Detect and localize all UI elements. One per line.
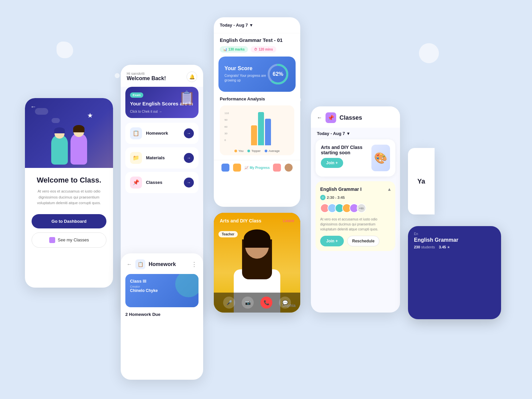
avg-legend: Average <box>265 149 280 153</box>
avg-bar <box>265 119 271 145</box>
blob-2 <box>419 43 439 63</box>
homework-header: ← 📋 Homework ⋮ <box>121 253 203 274</box>
end-call-button[interactable]: 📞 <box>260 297 272 309</box>
homework-back-button[interactable]: ← <box>127 261 132 267</box>
classes-header-icon: 📌 <box>326 112 336 123</box>
classes-menu-label: Classes <box>146 180 162 185</box>
chart-bars <box>224 110 290 147</box>
diy-join-button[interactable]: Join + <box>321 158 343 168</box>
classes-arrow[interactable]: → <box>184 178 194 188</box>
ya-text: Ya <box>417 178 425 185</box>
eng-students: 230 students <box>414 245 435 249</box>
topper-legend-dot <box>247 150 250 152</box>
you-legend-label: You <box>238 149 243 153</box>
greeting-sub: Hi sanskriti <box>127 71 166 75</box>
score-percent: 62% <box>273 71 283 77</box>
homework-label: Homework <box>146 131 168 136</box>
card-test: Today - Aug 7 ▾ English Grammar Test - 0… <box>214 17 300 207</box>
time-badge: ⏱ 120 mins <box>251 46 276 53</box>
eng-stats: 230 students 3.45 ★ <box>414 245 495 249</box>
mute-button[interactable]: 🎤 <box>223 297 235 309</box>
grammar-title: English Grammar I <box>320 187 361 192</box>
my-progress-label: My Progress <box>250 166 270 170</box>
extra-avatars-count: +11 <box>357 203 366 213</box>
grammar-join-button[interactable]: Join + <box>320 236 344 246</box>
grammar-actions: Join + Reschedule <box>320 236 391 246</box>
you-legend-dot <box>234 150 237 152</box>
homework-menu-item[interactable]: 📋 Homework → <box>125 123 199 144</box>
marks-badge: 📊 130 marks <box>220 46 248 53</box>
card-classes: ← 📌 Classes Today - Aug 7 ▾ Arts and DIY… <box>311 106 400 313</box>
topper-legend-label: Topper <box>251 149 261 153</box>
menu-items: 📋 Homework → 📁 Materials → 📌 Classes → <box>121 123 203 193</box>
classes-back-button[interactable]: ← <box>317 115 322 121</box>
test-nav-avatar[interactable] <box>285 164 293 172</box>
topper-legend: Topper <box>247 149 261 153</box>
diy-class-card: Arts and DIY Class starting soon Join + … <box>316 139 395 177</box>
grammar-card-header: English Grammar I ▴ <box>320 186 391 192</box>
avg-legend-dot <box>265 150 267 152</box>
avg-legend-label: Average <box>269 149 280 153</box>
camera-button[interactable]: 📷 <box>242 297 254 309</box>
see-classes-button[interactable]: See my Classes <box>32 232 106 248</box>
character-illustration <box>51 133 87 168</box>
test-title-block: English Grammar Test - 01 📊 130 marks ⏱ … <box>214 33 300 57</box>
homework-class-card: Class III Creator Chinelo Chyke <box>125 274 199 307</box>
score-circle: 62% <box>266 63 290 86</box>
go-to-dashboard-button[interactable]: Go to Dashboard <box>32 214 106 228</box>
score-description: Congrats! Your progress are growing up <box>224 73 266 83</box>
homework-title: Homework <box>149 261 176 267</box>
you-legend: You <box>234 149 243 153</box>
test-date: Today - Aug 7 ▾ <box>220 23 252 28</box>
chevron-up-icon: ▴ <box>388 186 391 192</box>
grammar-time: 2:30 - 3:45 <box>327 196 345 200</box>
grammar-time-badge: ⏱ 2:30 - 3:45 <box>320 195 391 200</box>
performance-section: Performance Analysis 110 90 60 30 0 <box>214 96 300 160</box>
welcome-illustration: ← ★ <box>25 98 113 168</box>
video-header: Arts and DIY Class Leave <box>214 213 300 229</box>
performance-chart: 110 90 60 30 0 You <box>220 105 294 155</box>
exam-cta[interactable]: Click to Chek it out → <box>130 110 194 113</box>
test-nav-icon-1[interactable] <box>221 164 229 172</box>
notification-bell-button[interactable]: 🔔 <box>187 71 197 82</box>
classes-date: Today - Aug 7 ▾ <box>311 128 400 139</box>
topper-bar <box>258 112 264 145</box>
score-info: Your Score Congrats! Your progress are g… <box>224 66 266 83</box>
homework-icon: 📋 <box>130 127 142 139</box>
grammar-description: At vero eos et accusamus et iusto odio d… <box>320 217 391 232</box>
classes-menu-item[interactable]: 📌 Classes → <box>125 172 199 193</box>
chevron-down-icon: ▾ <box>250 23 252 28</box>
y-axis-labels: 110 90 60 30 0 <box>224 112 229 142</box>
you-bar <box>251 125 257 145</box>
chart-legend: You Topper Average <box>224 149 290 153</box>
diy-class-content: Arts and DIY Class starting soon Join + … <box>316 139 395 177</box>
chat-button[interactable]: 💬 <box>279 297 291 309</box>
diy-info: Arts and DIY Class starting soon Join + <box>321 145 371 168</box>
welcome-title: Welcome to Class. <box>37 176 101 185</box>
progress-icon: 📈 <box>244 166 248 170</box>
reschedule-button[interactable]: Reschedule <box>347 236 379 246</box>
more-options-button[interactable]: ⋮ <box>191 261 197 268</box>
exam-badge: Exam <box>130 92 143 98</box>
my-progress-button[interactable]: 📈 My Progress <box>244 164 270 172</box>
video-controls: 🎤 📷 📞 💬 <box>214 293 300 313</box>
test-nav-icon-3[interactable] <box>273 164 281 172</box>
homework-icon-box: 📋 <box>135 259 145 269</box>
materials-menu-item[interactable]: 📁 Materials → <box>125 147 199 169</box>
test-nav-icon-2[interactable] <box>233 164 241 172</box>
homework-arrow[interactable]: → <box>184 128 194 138</box>
homework-due: 2 Homework Due <box>121 312 203 322</box>
time-dot-icon: ⏱ <box>320 195 326 200</box>
leave-button[interactable]: Leave <box>283 218 294 223</box>
test-name: English Grammar Test - 01 <box>220 37 294 43</box>
teacher-badge: Teacher <box>218 231 238 237</box>
test-header: Today - Aug 7 ▾ <box>214 17 300 33</box>
hw-decoration <box>175 274 199 297</box>
materials-arrow[interactable]: → <box>184 153 194 163</box>
class-title-video: Arts and DIY Class <box>220 218 261 223</box>
test-bottom-nav: 📈 My Progress <box>214 160 300 175</box>
greeting-main: Welcome Back! <box>127 75 166 81</box>
welcome-content: Welcome to Class. At vero eos et accusam… <box>25 168 113 288</box>
card-homework: ← 📋 Homework ⋮ Class III Creator Chinelo… <box>121 253 203 380</box>
exam-banner[interactable]: Exam Your English Scores are in Click to… <box>125 87 199 118</box>
